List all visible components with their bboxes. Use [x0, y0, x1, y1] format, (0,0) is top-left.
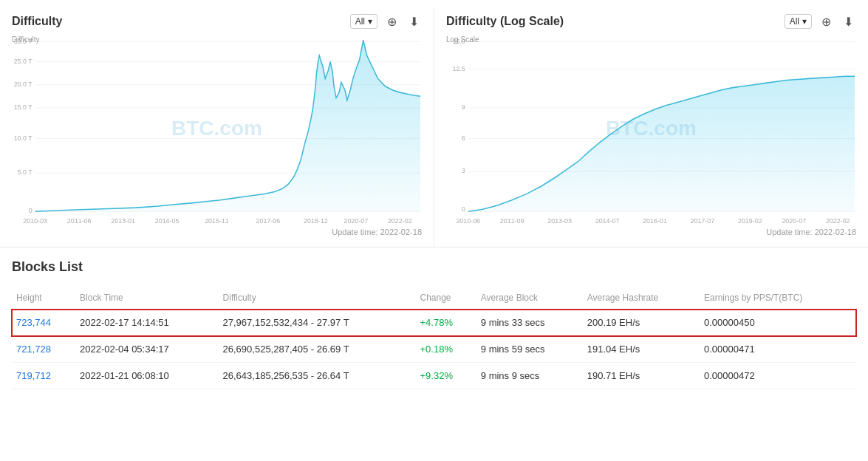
col-header-difficulty: Difficulty	[219, 287, 416, 310]
table-cell: 191.04 EH/s	[583, 336, 700, 363]
col-header-block-time: Block Time	[75, 287, 219, 310]
col-header-change: Change	[416, 287, 476, 310]
table-cell: +0.18%	[416, 336, 476, 363]
table-cell: 2022-01-21 06:08:10	[75, 363, 219, 389]
left-chart-controls: All ▾ ⊕ ⬇	[350, 13, 422, 30]
svg-text:6: 6	[462, 134, 465, 141]
svg-text:3: 3	[462, 167, 465, 174]
svg-text:5.0 T: 5.0 T	[18, 168, 33, 176]
right-chart-svg: 15.0 12.5 9 6 3 0	[446, 33, 856, 225]
svg-text:2013-01: 2013-01	[111, 217, 135, 225]
svg-text:2018-12: 2018-12	[304, 217, 328, 225]
col-header-avg-hashrate: Average Hashrate	[583, 287, 700, 310]
svg-text:2019-02: 2019-02	[738, 217, 762, 225]
right-range-select[interactable]: All ▾	[785, 14, 812, 29]
col-header-earnings: Earnings by PPS/T(BTC)	[700, 287, 856, 310]
svg-text:2011-09: 2011-09	[500, 217, 524, 225]
table-cell: 0.00000450	[700, 310, 856, 336]
svg-text:2011-06: 2011-06	[67, 217, 92, 225]
left-chart-title: Difficulty	[12, 15, 62, 28]
svg-text:2014-05: 2014-05	[155, 217, 180, 225]
svg-text:9: 9	[462, 103, 465, 111]
right-download-button[interactable]: ⬇	[840, 13, 856, 30]
chevron-down-icon: ▾	[802, 16, 807, 27]
left-update-time: Update time: 2022-02-18	[12, 228, 422, 241]
svg-text:2017-07: 2017-07	[691, 217, 715, 225]
blocks-section: Blocks List Height Block Time Difficulty…	[0, 247, 868, 389]
svg-text:25.0 T: 25.0 T	[14, 57, 33, 64]
left-y-label: Difficulty	[12, 35, 40, 44]
right-chart-controls: All ▾ ⊕ ⬇	[785, 13, 856, 30]
svg-text:2010-03: 2010-03	[23, 217, 47, 225]
table-row: 723,7442022-02-17 14:14:5127,967,152,532…	[12, 310, 856, 336]
svg-text:10.0 T: 10.0 T	[14, 134, 33, 141]
left-chart-panel: Difficulty All ▾ ⊕ ⬇ Difficulty BTC.com …	[0, 7, 434, 247]
svg-text:2015-11: 2015-11	[205, 217, 229, 225]
table-cell[interactable]: 723,744	[12, 310, 75, 336]
svg-text:0: 0	[462, 205, 465, 213]
svg-text:2014-07: 2014-07	[595, 217, 620, 225]
svg-text:20.0 T: 20.0 T	[14, 81, 33, 88]
table-cell: +4.78%	[416, 310, 476, 336]
svg-text:2020-07: 2020-07	[344, 217, 368, 225]
table-cell: +9.32%	[416, 363, 476, 389]
blocks-list-title: Blocks List	[12, 259, 856, 275]
svg-text:0: 0	[29, 207, 33, 214]
right-chart-area: Log Scale BTC.com 15.0 12.5 9 6 3 0	[446, 33, 856, 225]
table-cell: 26,690,525,287,405 - 26.69 T	[219, 336, 416, 363]
blocks-table: Height Block Time Difficulty Change Aver…	[12, 287, 856, 389]
svg-text:2010-06: 2010-06	[456, 217, 480, 225]
table-cell: 26,643,185,256,535 - 26.64 T	[219, 363, 416, 389]
left-range-select[interactable]: All ▾	[350, 14, 377, 29]
table-cell: 0.00000471	[700, 336, 856, 363]
svg-text:2017-06: 2017-06	[256, 217, 281, 225]
svg-text:2020-07: 2020-07	[782, 217, 806, 225]
svg-text:2016-01: 2016-01	[643, 217, 667, 225]
col-header-height: Height	[12, 287, 75, 310]
right-zoom-button[interactable]: ⊕	[818, 13, 834, 30]
table-cell: 27,967,152,532,434 - 27.97 T	[219, 310, 416, 336]
svg-text:2013-03: 2013-03	[547, 217, 572, 225]
table-cell: 190.71 EH/s	[583, 363, 700, 389]
left-chart-area: Difficulty BTC.com 30.0 T 25.0 T 20.0 T …	[12, 33, 422, 225]
chevron-down-icon: ▾	[368, 16, 372, 27]
svg-text:15.0 T: 15.0 T	[14, 103, 33, 111]
svg-text:12.5: 12.5	[452, 65, 465, 72]
table-cell[interactable]: 721,728	[12, 336, 75, 363]
svg-text:2022-02: 2022-02	[826, 217, 850, 225]
table-cell: 9 mins 33 secs	[476, 310, 583, 336]
table-row: 721,7282022-02-04 05:34:1726,690,525,287…	[12, 336, 856, 363]
table-cell: 9 mins 9 secs	[476, 363, 583, 389]
left-zoom-button[interactable]: ⊕	[383, 13, 400, 30]
right-chart-panel: Difficulty (Log Scale) All ▾ ⊕ ⬇ Log Sca…	[434, 7, 868, 247]
table-cell[interactable]: 719,712	[12, 363, 75, 389]
table-cell: 0.00000472	[700, 363, 856, 389]
right-update-time: Update time: 2022-02-18	[446, 228, 856, 241]
right-chart-title: Difficulty (Log Scale)	[446, 15, 564, 28]
svg-text:2022-02: 2022-02	[388, 217, 412, 225]
left-chart-svg: 30.0 T 25.0 T 20.0 T 15.0 T 10.0 T 5.0 T…	[12, 33, 422, 225]
table-header-row: Height Block Time Difficulty Change Aver…	[12, 287, 856, 310]
col-header-avg-block: Average Block	[476, 287, 583, 310]
table-row: 719,7122022-01-21 06:08:1026,643,185,256…	[12, 363, 856, 389]
table-cell: 2022-02-17 14:14:51	[75, 310, 219, 336]
right-y-label: Log Scale	[446, 35, 479, 44]
table-cell: 2022-02-04 05:34:17	[75, 336, 219, 363]
left-download-button[interactable]: ⬇	[406, 13, 422, 30]
table-cell: 9 mins 59 secs	[476, 336, 583, 363]
table-cell: 200.19 EH/s	[583, 310, 700, 336]
